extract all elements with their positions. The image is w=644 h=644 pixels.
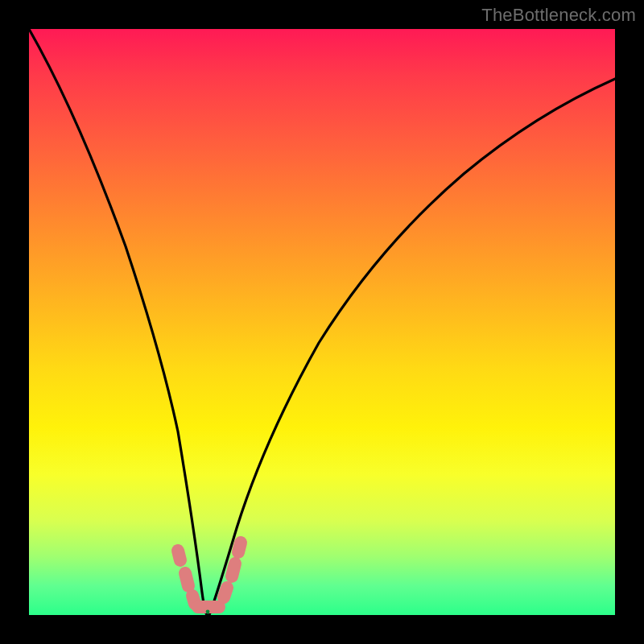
chart-frame: TheBottleneck.com [0, 0, 644, 644]
curve-layer [29, 29, 615, 615]
minimum-marker-cluster [178, 543, 241, 607]
plot-area [29, 29, 615, 615]
marker-dot [232, 564, 235, 576]
marker-dot [178, 551, 180, 560]
bottleneck-curve [29, 29, 615, 615]
marker-dot [185, 573, 188, 586]
marker-dot [224, 588, 227, 597]
minimum-point [206, 610, 210, 614]
marker-dot [238, 543, 241, 552]
watermark-text: TheBottleneck.com [481, 5, 636, 26]
